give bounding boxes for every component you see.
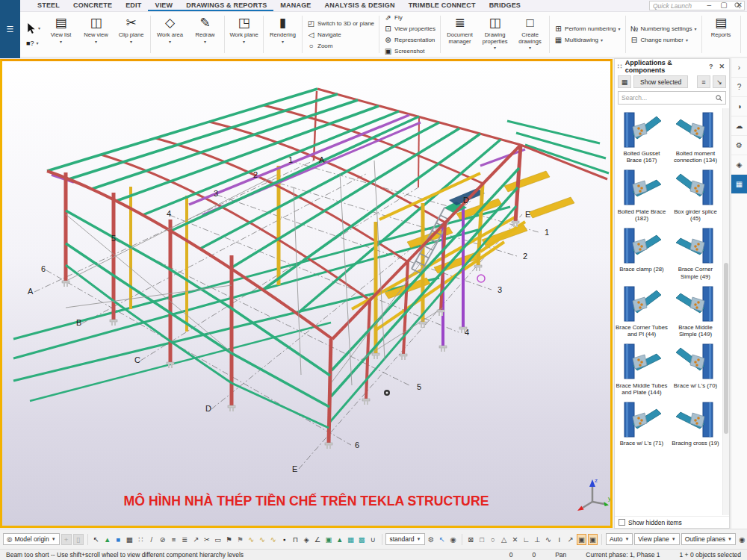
select-rect-icon[interactable]: ▭ — [213, 534, 223, 545]
select-circle-icon[interactable]: ⊘ — [158, 534, 167, 545]
component-item[interactable]: Brace w/ L's (70) — [669, 342, 722, 396]
model-cube-icon[interactable]: ◈ — [731, 155, 747, 175]
select-weld1-icon[interactable]: ∿ — [247, 534, 256, 545]
smart-select-icon[interactable]: ↖ — [437, 534, 447, 545]
inquire-tool-button[interactable]: ■?▾ — [26, 40, 40, 47]
create-drawings-button[interactable]: □Create drawings▾ — [512, 12, 548, 57]
rendering-button[interactable]: ▮Rendering▾ — [265, 12, 300, 57]
snap-standard-dropdown[interactable]: standard▼ — [385, 533, 424, 545]
multidrawing-button[interactable]: ▦Multidrawing▾ — [554, 36, 621, 44]
component-item[interactable]: Brace clamp (28) — [616, 225, 669, 280]
fly-button[interactable]: ⇗Fly — [384, 13, 436, 22]
organizer-button[interactable]: ❖Organizer — [743, 12, 747, 57]
menu-tab-bridges[interactable]: BRIDGES — [483, 0, 527, 11]
select-plane-icon[interactable]: ▣ — [323, 534, 333, 545]
snap-auto-dropdown[interactable]: Auto▼ — [606, 533, 633, 545]
select-weld3-icon[interactable]: ∿ — [268, 534, 278, 545]
menu-tab-analysis-design[interactable]: ANALYSIS & DESIGN — [318, 0, 402, 11]
select-weld2-icon[interactable]: ∿ — [258, 534, 267, 545]
screenshot-button[interactable]: ▣Screenshot — [384, 47, 436, 55]
menu-tab-edit[interactable]: EDIT — [119, 0, 148, 11]
list-view-button[interactable]: ≡ — [697, 75, 710, 88]
thumbnail-view-button[interactable]: ▦ — [618, 75, 631, 88]
outline-planes-dropdown[interactable]: Outline planes▼ — [681, 533, 736, 545]
collapse-panel-icon[interactable]: › — [731, 58, 747, 78]
components-icon[interactable]: ▦ — [731, 175, 747, 194]
select-teal-grid2-icon[interactable]: ▩ — [357, 534, 367, 545]
menu-tab-trimble-connect[interactable]: TRIMBLE CONNECT — [402, 0, 483, 11]
select-component-icon[interactable]: Π — [291, 534, 300, 545]
view-plane-dropdown[interactable]: View plane▼ — [634, 533, 679, 545]
snap-wave-icon[interactable]: ∿ — [544, 534, 554, 545]
snap-rect-icon[interactable]: □ — [477, 534, 487, 545]
component-search-input[interactable]: Search... — [618, 91, 726, 105]
panel-scrollbar[interactable] — [722, 108, 729, 515]
steel-structure-model[interactable]: z y ABCDEADE123456123456 — [2, 61, 610, 526]
menu-tab-manage[interactable]: MANAGE — [273, 0, 317, 11]
new-view-button[interactable]: ◫New view▾ — [78, 12, 114, 57]
select-flag-icon[interactable]: ⚑ — [224, 534, 234, 545]
snap-triangle-icon[interactable]: △ — [499, 534, 509, 545]
snap-points-icon[interactable]: ⊠ — [466, 534, 476, 545]
minimize-button[interactable]: – — [707, 1, 712, 9]
component-item[interactable]: Box girder splice (45) — [669, 168, 722, 223]
collapse-panel-button[interactable]: ↘ — [713, 75, 726, 88]
numbering-settings-button[interactable]: №Numbering settings▾ — [630, 25, 697, 33]
main-menu-button[interactable]: ☰ — [0, 0, 20, 58]
select-all-icon[interactable]: ↖ — [91, 534, 101, 545]
select-cut-icon[interactable]: ✂ — [202, 534, 212, 545]
zoom-button[interactable]: ○Zoom — [307, 42, 374, 50]
select-area-icon[interactable]: ■ — [114, 534, 123, 545]
change-number-button[interactable]: ⊟Change number▾ — [630, 36, 697, 44]
select-solid-icon[interactable]: ▪ — [279, 534, 289, 545]
snap-circle-icon[interactable]: ○ — [489, 534, 498, 545]
toolbar-eye-icon[interactable]: ◉ — [737, 534, 747, 545]
component-item[interactable]: Bolted Gusset Brace (167) — [616, 110, 669, 164]
drawing-properties-button[interactable]: ◫Drawing properties▾ — [477, 12, 512, 57]
select-tool-button[interactable]: ▾ — [26, 22, 40, 34]
view-properties-button[interactable]: ⊡View properties — [384, 25, 436, 33]
select-line-icon[interactable]: / — [146, 534, 156, 545]
snap-ortho-icon[interactable]: ⊥ — [533, 534, 542, 545]
select-point-icon[interactable]: ◈ — [302, 534, 311, 545]
select-rows2-icon[interactable]: ≣ — [180, 534, 190, 545]
show-selected-button[interactable]: Show selected — [633, 75, 688, 88]
component-item[interactable]: Bolted Plate Brace (182) — [616, 168, 669, 223]
origin-lock-button[interactable]: ▯ — [73, 534, 84, 545]
snap-perpendicular-icon[interactable]: ∟ — [521, 534, 531, 545]
model-origin-dropdown[interactable]: ◎Model origin▼ — [3, 533, 60, 545]
close-button[interactable]: ✕ — [737, 1, 743, 9]
work-plane-button[interactable]: ◳Work plane▾ — [226, 12, 261, 57]
menu-tab-steel[interactable]: STEEL — [31, 0, 66, 11]
select-flag2-icon[interactable]: ⚑ — [235, 534, 245, 545]
settings-icon[interactable]: ⚙ — [731, 136, 747, 155]
snap-ref2-icon[interactable]: ▣ — [588, 534, 598, 545]
component-item[interactable]: Brace Corner Simple (49) — [669, 225, 722, 280]
reports-button[interactable]: ▤Reports — [704, 12, 739, 57]
select-teal-grid-icon[interactable]: ▦ — [346, 534, 356, 545]
select-magnet-icon[interactable]: ∪ — [368, 534, 378, 545]
cloud-icon[interactable]: ☁ — [731, 116, 747, 136]
panel-help-button[interactable]: ? — [707, 63, 715, 70]
component-item[interactable]: Brace w/ L's (71) — [616, 399, 669, 447]
model-viewport[interactable]: z y ABCDEADE123456123456 MÔ HÌNH NHÀ THÉ… — [0, 59, 613, 528]
view-list-button[interactable]: ▤View list▾ — [43, 12, 78, 57]
profile-icon[interactable]: ◑ — [731, 97, 747, 116]
snap-line-icon[interactable]: I — [554, 534, 564, 545]
inquire-icon[interactable]: ? — [731, 78, 747, 97]
component-item[interactable]: Brace Corner Tubes and Pl (44) — [616, 284, 669, 338]
snap-settings-icon[interactable]: ⚙ — [427, 534, 436, 545]
select-points-icon[interactable]: ∷ — [136, 534, 146, 545]
clip-plane-button[interactable]: ✂Clip plane▾ — [114, 12, 149, 57]
select-rows-icon[interactable]: ≡ — [169, 534, 179, 545]
navigate-button[interactable]: ◁Navigate — [307, 31, 374, 39]
document-manager-button[interactable]: ≣Document manager — [442, 12, 477, 57]
panel-close-button[interactable]: ✕ — [717, 63, 726, 70]
snap-cross-icon[interactable]: ✕ — [510, 534, 520, 545]
menu-tab-drawings-reports[interactable]: DRAWINGS & REPORTS — [179, 0, 273, 11]
drag-handle-icon[interactable]: ∷ — [618, 63, 622, 70]
work-area-button[interactable]: ◇Work area▾ — [152, 12, 187, 57]
visibility-icon[interactable]: ◉ — [448, 534, 458, 545]
select-move-icon[interactable]: ↗ — [191, 534, 201, 545]
select-angle-icon[interactable]: ∠ — [313, 534, 323, 545]
